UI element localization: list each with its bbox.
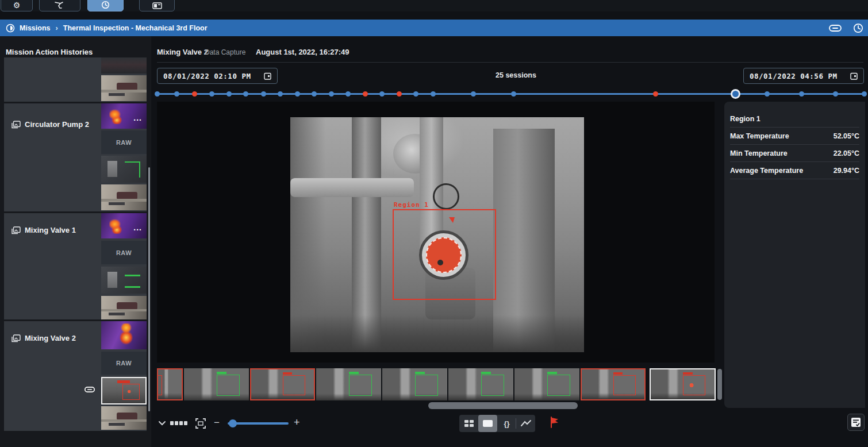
filmstrip-thumb[interactable]: [250, 368, 315, 400]
timeline-dot-normal[interactable]: [511, 91, 516, 97]
inspection-report-button[interactable]: [847, 414, 865, 431]
action-card-mixing-valve-1[interactable]: Mixing Valve 1 ... RAW: [4, 213, 147, 319]
timeline-dot-normal[interactable]: [155, 91, 160, 97]
overflow-dots[interactable]: ...: [133, 113, 142, 122]
collapse-filmstrip-button[interactable]: [158, 419, 167, 427]
timeline-dot-normal[interactable]: [765, 91, 770, 97]
view-grid-button[interactable]: [459, 415, 478, 432]
timeline-dot-normal[interactable]: [413, 91, 418, 97]
card-layout-icon: [152, 2, 162, 9]
tab-settings[interactable]: ⚙: [1, 0, 33, 11]
photo-thumbnail[interactable]: [101, 296, 147, 319]
timeline-dot-normal[interactable]: [833, 91, 838, 97]
annotated-thumbnail[interactable]: [101, 156, 147, 183]
filmstrip-thumb[interactable]: [382, 368, 447, 400]
flag-alert-button[interactable]: [550, 417, 560, 428]
raw-thumbnail[interactable]: RAW: [101, 130, 147, 154]
zoom-slider-thumb[interactable]: [229, 419, 237, 427]
fit-to-screen-button[interactable]: [195, 418, 206, 429]
calendar-icon[interactable]: [850, 72, 858, 80]
report-checklist-icon: [851, 417, 861, 427]
clock-icon[interactable]: [853, 23, 863, 33]
capture-thumbnail[interactable]: [101, 57, 147, 74]
annotated-thumbnail[interactable]: [101, 267, 147, 294]
thumb-region-box: [547, 375, 571, 396]
link-icon[interactable]: [85, 386, 95, 393]
link-icon[interactable]: [829, 24, 842, 32]
capture-thumbnail[interactable]: [101, 75, 147, 101]
raw-thumbnail[interactable]: RAW: [101, 352, 147, 375]
timeline-dot-normal[interactable]: [329, 91, 334, 97]
photo-thumbnail[interactable]: [101, 184, 147, 210]
zoom-out-button[interactable]: −: [214, 417, 220, 429]
filmstrip-thumb[interactable]: [650, 368, 716, 400]
filmstrip-thumb[interactable]: [184, 368, 249, 400]
thermal-thumbnail[interactable]: ...: [101, 103, 147, 129]
timeline-dot-alert[interactable]: [397, 91, 402, 97]
timeline-dot-alert[interactable]: [192, 91, 197, 97]
sidebar-title: Mission Action Histories: [6, 48, 93, 56]
timeline-dot-normal[interactable]: [312, 91, 317, 97]
photo-thumbnail[interactable]: [101, 406, 147, 430]
action-card-partial[interactable]: [4, 57, 147, 102]
stat-value: 22.05°C: [834, 149, 859, 157]
filmstrip-thumb[interactable]: [581, 368, 646, 400]
timeline-dot-normal[interactable]: [174, 91, 179, 97]
filmstrip-thumb[interactable]: [316, 368, 381, 400]
thumb-column: RAW: [101, 321, 147, 431]
tab-cards[interactable]: [139, 0, 175, 11]
filmstrip-horizontal-scrollbar[interactable]: [428, 402, 578, 409]
action-card-circulator-pump-2[interactable]: Circulator Pump 2 ... RAW: [4, 103, 147, 211]
tab-robot[interactable]: [39, 0, 80, 11]
timeline-dot-normal[interactable]: [209, 91, 214, 97]
thumb-column: ... RAW: [101, 103, 147, 211]
filmstrip-thumb[interactable]: [157, 368, 183, 400]
breadcrumb-bar: Missions › Thermal Inspection - Mechanic…: [0, 20, 868, 36]
raw-label: RAW: [116, 360, 132, 367]
timeline-dot-normal[interactable]: [345, 91, 351, 97]
overflow-dots[interactable]: ...: [133, 223, 142, 232]
timeline-dot-normal[interactable]: [862, 91, 867, 97]
thumb-region-box: [613, 375, 636, 395]
timeline-dot-normal[interactable]: [278, 91, 283, 97]
stat-label: Max Temperature: [730, 132, 789, 140]
filmstrip-thumb[interactable]: [514, 368, 579, 400]
view-json-button[interactable]: {}: [497, 415, 516, 432]
timeline-dot-normal[interactable]: [431, 91, 436, 97]
header-divider: [157, 62, 863, 63]
filmstrip-thumb[interactable]: [448, 368, 513, 400]
region-bounding-box[interactable]: [393, 209, 496, 300]
timeline-dot-normal[interactable]: [471, 91, 476, 97]
raw-thumbnail[interactable]: RAW: [101, 241, 147, 264]
session-start-input[interactable]: 08/01/2022 02:10 PM: [157, 68, 278, 84]
zoom-in-button[interactable]: +: [294, 417, 300, 429]
thermal-thumbnail[interactable]: [101, 321, 147, 349]
timeline-dot-normal[interactable]: [226, 91, 232, 97]
session-end-value: 08/01/2022 04:56 PM: [750, 72, 850, 80]
calendar-icon[interactable]: [264, 72, 271, 80]
timeline-dot-alert[interactable]: [653, 91, 658, 97]
action-card-mixing-valve-2[interactable]: Mixing Valve 2 RAW: [4, 321, 147, 431]
timeline-dot-normal[interactable]: [799, 91, 804, 97]
selected-annotated-thumbnail[interactable]: [101, 377, 147, 404]
thermal-thumbnail[interactable]: ...: [101, 213, 147, 238]
timeline-dot-normal[interactable]: [379, 91, 385, 97]
timeline-dot-selected[interactable]: [731, 89, 740, 99]
timeline-dot-normal[interactable]: [243, 91, 248, 97]
filmstrip-vertical-scrollbar[interactable]: [717, 369, 722, 400]
view-trend-button[interactable]: [516, 415, 535, 432]
square-icon: [170, 421, 174, 425]
view-mode-group: {}: [459, 415, 535, 432]
breadcrumb-root[interactable]: Missions: [20, 24, 51, 32]
timeline-dot-normal[interactable]: [295, 91, 300, 97]
sidebar-scrollbar[interactable]: [148, 167, 150, 411]
tab-history[interactable]: [87, 0, 124, 11]
thumb-region-box: [481, 375, 505, 396]
timeline-dot-alert[interactable]: [363, 91, 368, 97]
filmstrip-density-toggle[interactable]: [170, 421, 187, 425]
view-single-button[interactable]: [478, 415, 497, 432]
timeline-dot-normal[interactable]: [261, 91, 266, 97]
session-timeline[interactable]: [157, 89, 864, 98]
session-end-input[interactable]: 08/01/2022 04:56 PM: [743, 68, 864, 84]
thermal-grayscale-image[interactable]: Region 1: [290, 117, 584, 352]
